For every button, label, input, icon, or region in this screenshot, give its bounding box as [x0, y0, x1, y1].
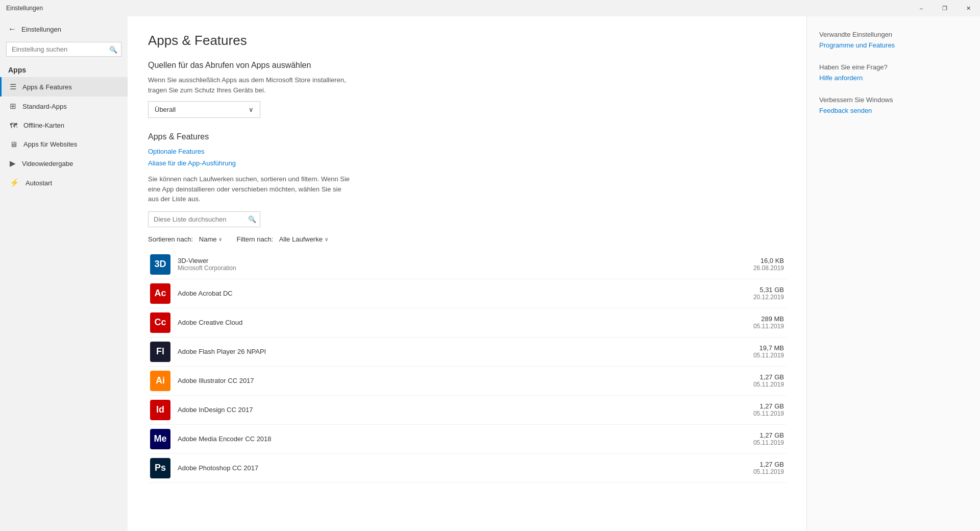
- filter-value: Alle Laufwerke: [279, 235, 323, 243]
- app-publisher-0: Microsoft Corporation: [178, 264, 746, 272]
- app-date-4: 05.11.2019: [753, 381, 784, 388]
- app-date-2: 05.11.2019: [753, 323, 784, 330]
- app-size-1: 5,31 GB: [753, 286, 784, 294]
- app-size-date-2: 289 MB 05.11.2019: [753, 315, 784, 330]
- sort-value: Name: [199, 235, 217, 243]
- verbessern-label: Verbessern Sie Windows: [819, 96, 968, 104]
- apps-features-title: Apps & Features: [148, 132, 786, 141]
- app-name-5: Adobe InDesign CC 2017: [178, 406, 746, 414]
- sidebar-label-autostart: Autostart: [26, 179, 52, 187]
- app-item-5[interactable]: Id Adobe InDesign CC 2017 1,27 GB 05.11.…: [148, 396, 786, 425]
- dropdown-value: Überall: [155, 106, 176, 113]
- sidebar-item-offline-karten[interactable]: 🗺 Offline-Karten: [0, 116, 128, 135]
- sidebar-label-apps-websites: Apps für Websites: [23, 140, 77, 148]
- app-size-date-3: 19,7 MB 05.11.2019: [753, 344, 784, 359]
- app-info-6: Adobe Media Encoder CC 2018: [178, 435, 746, 443]
- titlebar: Einstellungen – ❐ ✕: [0, 0, 980, 16]
- main-window: ← Einstellungen 🔍 Apps ☰ Apps & Features…: [0, 16, 980, 531]
- app-info-1: Adobe Acrobat DC: [178, 289, 746, 297]
- app-size-5: 1,27 GB: [753, 402, 784, 410]
- app-icon-5: Id: [150, 400, 170, 420]
- app-icon-1: Ac: [150, 283, 170, 304]
- app-item-6[interactable]: Me Adobe Media Encoder CC 2018 1,27 GB 0…: [148, 425, 786, 454]
- sidebar-label-apps-features: Apps & Features: [22, 83, 72, 91]
- app-size-date-7: 1,27 GB 05.11.2019: [753, 461, 784, 475]
- app-item-3[interactable]: Fl Adobe Flash Player 26 NPAPI 19,7 MB 0…: [148, 337, 786, 367]
- app-size-date-0: 16,0 KB 26.08.2019: [753, 257, 784, 272]
- sidebar-item-apps-features[interactable]: ☰ Apps & Features: [0, 77, 128, 96]
- programme-link[interactable]: Programme und Features: [819, 41, 968, 49]
- sidebar-icon-videowiedergabe: ▶: [10, 159, 16, 168]
- minimize-button[interactable]: –: [910, 0, 933, 16]
- app-name-2: Adobe Creative Cloud: [178, 319, 746, 326]
- app-name-7: Adobe Photoshop CC 2017: [178, 464, 746, 472]
- frage-label: Haben Sie eine Frage?: [819, 63, 968, 71]
- app-item-1[interactable]: Ac Adobe Acrobat DC 5,31 GB 20.12.2019: [148, 279, 786, 308]
- sidebar-item-standard-apps[interactable]: ⊞ Standard-Apps: [0, 96, 128, 116]
- app-name-3: Adobe Flash Player 26 NPAPI: [178, 348, 746, 355]
- app-size-7: 1,27 GB: [753, 461, 784, 468]
- app-icon-4: Ai: [150, 371, 170, 391]
- restore-button[interactable]: ❐: [933, 0, 957, 16]
- app-size-6: 1,27 GB: [753, 431, 784, 439]
- quellen-title: Quellen für das Abrufen von Apps auswähl…: [148, 61, 786, 70]
- close-button[interactable]: ✕: [957, 0, 980, 16]
- app-date-0: 26.08.2019: [753, 264, 784, 272]
- frage-section: Haben Sie eine Frage? Hilfe anfordern: [819, 63, 968, 82]
- app-size-2: 289 MB: [753, 315, 784, 323]
- sort-control[interactable]: Sortieren nach: Name ∨: [148, 235, 222, 243]
- sidebar-icon-apps-websites: 🖥: [10, 140, 17, 149]
- app-size-date-4: 1,27 GB 05.11.2019: [753, 373, 784, 388]
- sidebar-label-standard-apps: Standard-Apps: [22, 103, 67, 110]
- optionale-features-link[interactable]: Optionale Features: [148, 148, 786, 155]
- back-button[interactable]: ← Einstellungen: [0, 20, 128, 38]
- back-icon: ←: [8, 25, 16, 34]
- app-name-4: Adobe Illustrator CC 2017: [178, 377, 746, 384]
- app-item-0[interactable]: 3D 3D-Viewer Microsoft Corporation 16,0 …: [148, 250, 786, 279]
- app-info-5: Adobe InDesign CC 2017: [178, 406, 746, 414]
- sidebar-search-container: 🔍: [6, 42, 121, 57]
- filter-chevron-icon: ∨: [325, 236, 328, 242]
- hilfe-link[interactable]: Hilfe anfordern: [819, 74, 968, 82]
- app-info-3: Adobe Flash Player 26 NPAPI: [178, 348, 746, 355]
- app-name-0: 3D-Viewer: [178, 257, 746, 264]
- sidebar-item-apps-websites[interactable]: 🖥 Apps für Websites: [0, 135, 128, 154]
- verwandte-section: Verwandte Einstellungen Programme und Fe…: [819, 31, 968, 49]
- app-date-5: 05.11.2019: [753, 410, 784, 417]
- app-search-icon: 🔍: [248, 215, 256, 223]
- app-search-input[interactable]: [148, 211, 260, 227]
- sidebar-icon-standard-apps: ⊞: [10, 102, 16, 111]
- app-size-date-1: 5,31 GB 20.12.2019: [753, 286, 784, 301]
- aliase-link[interactable]: Aliase für die App-Ausführung: [148, 159, 786, 167]
- app-item-4[interactable]: Ai Adobe Illustrator CC 2017 1,27 GB 05.…: [148, 367, 786, 396]
- chevron-down-icon: ∨: [249, 106, 254, 113]
- app-size-4: 1,27 GB: [753, 373, 784, 381]
- app-date-3: 05.11.2019: [753, 352, 784, 359]
- list-description: Sie können nach Laufwerken suchen, sorti…: [148, 174, 786, 204]
- sidebar-search-icon: 🔍: [109, 45, 117, 53]
- app-name-6: Adobe Media Encoder CC 2018: [178, 435, 746, 443]
- verbessern-section: Verbessern Sie Windows Feedback senden: [819, 96, 968, 114]
- sidebar-label-videowiedergabe: Videowiedergabe: [22, 160, 73, 167]
- titlebar-controls: – ❐ ✕: [910, 0, 980, 16]
- sort-filter-row: Sortieren nach: Name ∨ Filtern nach: All…: [148, 235, 786, 243]
- main-content: Apps & Features Quellen für das Abrufen …: [128, 16, 806, 531]
- filter-control[interactable]: Filtern nach: Alle Laufwerke ∨: [236, 235, 328, 243]
- page-title: Apps & Features: [148, 33, 786, 49]
- app-date-1: 20.12.2019: [753, 294, 784, 301]
- back-label: Einstellungen: [21, 26, 61, 33]
- sidebar-search-input[interactable]: [6, 42, 121, 57]
- app-icon-3: Fl: [150, 342, 170, 362]
- app-info-7: Adobe Photoshop CC 2017: [178, 464, 746, 472]
- app-icon-2: Cc: [150, 312, 170, 333]
- app-info-4: Adobe Illustrator CC 2017: [178, 377, 746, 384]
- sidebar-item-videowiedergabe[interactable]: ▶ Videowiedergabe: [0, 154, 128, 173]
- app-date-7: 05.11.2019: [753, 468, 784, 475]
- sidebar-item-autostart[interactable]: ⚡ Autostart: [0, 173, 128, 192]
- app-name-1: Adobe Acrobat DC: [178, 289, 746, 297]
- quellen-dropdown[interactable]: Überall ∨: [148, 101, 260, 118]
- app-item-7[interactable]: Ps Adobe Photoshop CC 2017 1,27 GB 05.11…: [148, 454, 786, 483]
- app-item-2[interactable]: Cc Adobe Creative Cloud 289 MB 05.11.201…: [148, 308, 786, 337]
- app-info-2: Adobe Creative Cloud: [178, 319, 746, 326]
- feedback-link[interactable]: Feedback senden: [819, 107, 968, 114]
